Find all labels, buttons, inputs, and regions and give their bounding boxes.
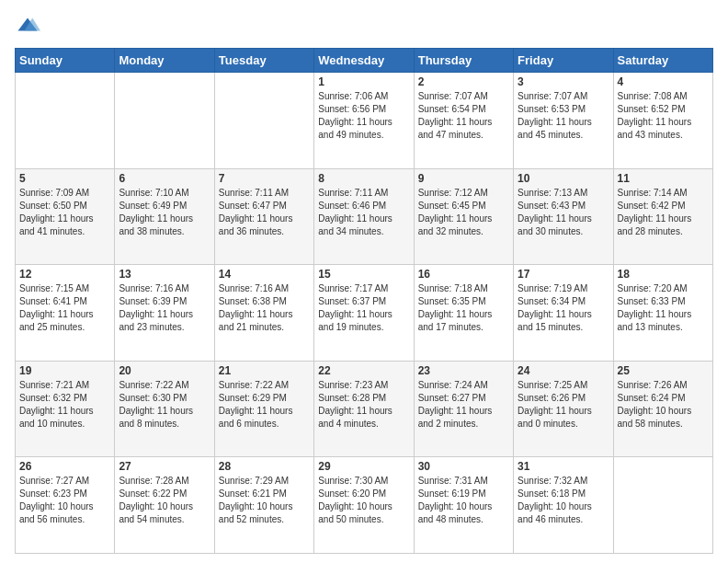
day-number: 8 xyxy=(318,172,409,185)
day-info: Sunrise: 7:14 AMSunset: 6:42 PMDaylight:… xyxy=(618,187,709,238)
calendar-week-3: 19Sunrise: 7:21 AMSunset: 6:32 PMDayligh… xyxy=(16,361,713,457)
calendar-week-4: 26Sunrise: 7:27 AMSunset: 6:23 PMDayligh… xyxy=(16,457,713,554)
calendar-cell: 29Sunrise: 7:30 AMSunset: 6:20 PMDayligh… xyxy=(314,457,414,554)
logo xyxy=(15,15,44,40)
calendar-cell: 15Sunrise: 7:17 AMSunset: 6:37 PMDayligh… xyxy=(314,265,414,362)
day-number: 5 xyxy=(19,172,110,185)
day-number: 2 xyxy=(418,75,509,88)
day-number: 13 xyxy=(119,268,210,281)
day-info: Sunrise: 7:20 AMSunset: 6:33 PMDaylight:… xyxy=(618,282,709,334)
day-info: Sunrise: 7:11 AMSunset: 6:46 PMDaylight:… xyxy=(318,187,409,238)
calendar-week-1: 5Sunrise: 7:09 AMSunset: 6:50 PMDaylight… xyxy=(16,168,713,265)
day-number: 25 xyxy=(618,364,709,377)
weekday-row: SundayMondayTuesdayWednesdayThursdayFrid… xyxy=(16,49,713,73)
calendar-cell xyxy=(214,73,313,169)
day-info: Sunrise: 7:13 AMSunset: 6:43 PMDaylight:… xyxy=(518,187,609,238)
day-number: 19 xyxy=(19,364,110,377)
calendar-cell: 18Sunrise: 7:20 AMSunset: 6:33 PMDayligh… xyxy=(613,265,712,362)
day-number: 11 xyxy=(618,172,709,185)
calendar-cell: 25Sunrise: 7:26 AMSunset: 6:24 PMDayligh… xyxy=(613,361,712,457)
day-info: Sunrise: 7:17 AMSunset: 6:37 PMDaylight:… xyxy=(318,282,409,334)
calendar-cell: 8Sunrise: 7:11 AMSunset: 6:46 PMDaylight… xyxy=(314,168,414,265)
day-info: Sunrise: 7:12 AMSunset: 6:45 PMDaylight:… xyxy=(418,187,509,238)
day-info: Sunrise: 7:19 AMSunset: 6:34 PMDaylight:… xyxy=(518,282,609,334)
weekday-header-friday: Friday xyxy=(514,49,613,73)
calendar-week-0: 1Sunrise: 7:06 AMSunset: 6:56 PMDaylight… xyxy=(16,73,713,169)
day-info: Sunrise: 7:32 AMSunset: 6:18 PMDaylight:… xyxy=(518,475,609,526)
day-number: 24 xyxy=(518,364,609,377)
day-number: 29 xyxy=(318,460,409,473)
calendar-cell xyxy=(115,73,214,169)
calendar-cell: 14Sunrise: 7:16 AMSunset: 6:38 PMDayligh… xyxy=(214,265,313,362)
calendar-cell xyxy=(613,457,712,554)
day-number: 31 xyxy=(518,460,609,473)
day-info: Sunrise: 7:15 AMSunset: 6:41 PMDaylight:… xyxy=(19,282,110,334)
day-number: 15 xyxy=(318,268,409,281)
day-info: Sunrise: 7:11 AMSunset: 6:47 PMDaylight:… xyxy=(219,187,310,238)
header xyxy=(15,15,713,40)
logo-icon xyxy=(15,15,40,40)
day-number: 20 xyxy=(119,364,210,377)
day-info: Sunrise: 7:24 AMSunset: 6:27 PMDaylight:… xyxy=(418,379,509,431)
day-info: Sunrise: 7:30 AMSunset: 6:20 PMDaylight:… xyxy=(318,475,409,526)
day-info: Sunrise: 7:29 AMSunset: 6:21 PMDaylight:… xyxy=(219,475,310,526)
day-info: Sunrise: 7:08 AMSunset: 6:52 PMDaylight:… xyxy=(618,90,709,142)
day-info: Sunrise: 7:31 AMSunset: 6:19 PMDaylight:… xyxy=(418,475,509,526)
day-number: 4 xyxy=(618,75,709,88)
calendar-cell: 13Sunrise: 7:16 AMSunset: 6:39 PMDayligh… xyxy=(115,265,214,362)
page: SundayMondayTuesdayWednesdayThursdayFrid… xyxy=(0,0,728,563)
calendar: SundayMondayTuesdayWednesdayThursdayFrid… xyxy=(15,48,713,554)
day-info: Sunrise: 7:25 AMSunset: 6:26 PMDaylight:… xyxy=(518,379,609,431)
day-number: 16 xyxy=(418,268,509,281)
day-info: Sunrise: 7:16 AMSunset: 6:39 PMDaylight:… xyxy=(119,282,210,334)
calendar-cell xyxy=(16,73,115,169)
day-info: Sunrise: 7:18 AMSunset: 6:35 PMDaylight:… xyxy=(418,282,509,334)
weekday-header-saturday: Saturday xyxy=(613,49,712,73)
calendar-cell: 2Sunrise: 7:07 AMSunset: 6:54 PMDaylight… xyxy=(414,73,513,169)
calendar-cell: 4Sunrise: 7:08 AMSunset: 6:52 PMDaylight… xyxy=(613,73,712,169)
day-info: Sunrise: 7:16 AMSunset: 6:38 PMDaylight:… xyxy=(219,282,310,334)
day-number: 10 xyxy=(518,172,609,185)
day-info: Sunrise: 7:09 AMSunset: 6:50 PMDaylight:… xyxy=(19,187,110,238)
weekday-header-wednesday: Wednesday xyxy=(314,49,414,73)
weekday-header-monday: Monday xyxy=(115,49,214,73)
day-number: 6 xyxy=(119,172,210,185)
calendar-cell: 9Sunrise: 7:12 AMSunset: 6:45 PMDaylight… xyxy=(414,168,513,265)
day-number: 26 xyxy=(19,460,110,473)
day-number: 30 xyxy=(418,460,509,473)
calendar-cell: 3Sunrise: 7:07 AMSunset: 6:53 PMDaylight… xyxy=(514,73,613,169)
day-info: Sunrise: 7:07 AMSunset: 6:53 PMDaylight:… xyxy=(518,90,609,142)
day-info: Sunrise: 7:21 AMSunset: 6:32 PMDaylight:… xyxy=(19,379,110,431)
day-info: Sunrise: 7:22 AMSunset: 6:29 PMDaylight:… xyxy=(219,379,310,431)
weekday-header-thursday: Thursday xyxy=(414,49,513,73)
calendar-cell: 11Sunrise: 7:14 AMSunset: 6:42 PMDayligh… xyxy=(613,168,712,265)
day-info: Sunrise: 7:07 AMSunset: 6:54 PMDaylight:… xyxy=(418,90,509,142)
calendar-cell: 22Sunrise: 7:23 AMSunset: 6:28 PMDayligh… xyxy=(314,361,414,457)
day-info: Sunrise: 7:26 AMSunset: 6:24 PMDaylight:… xyxy=(618,379,709,431)
day-number: 3 xyxy=(518,75,609,88)
weekday-header-sunday: Sunday xyxy=(16,49,115,73)
day-number: 12 xyxy=(19,268,110,281)
day-info: Sunrise: 7:22 AMSunset: 6:30 PMDaylight:… xyxy=(119,379,210,431)
day-number: 27 xyxy=(119,460,210,473)
day-number: 28 xyxy=(219,460,310,473)
calendar-cell: 1Sunrise: 7:06 AMSunset: 6:56 PMDaylight… xyxy=(314,73,414,169)
calendar-cell: 23Sunrise: 7:24 AMSunset: 6:27 PMDayligh… xyxy=(414,361,513,457)
calendar-cell: 7Sunrise: 7:11 AMSunset: 6:47 PMDaylight… xyxy=(214,168,313,265)
day-number: 18 xyxy=(618,268,709,281)
weekday-header-tuesday: Tuesday xyxy=(214,49,313,73)
calendar-cell: 6Sunrise: 7:10 AMSunset: 6:49 PMDaylight… xyxy=(115,168,214,265)
calendar-cell: 21Sunrise: 7:22 AMSunset: 6:29 PMDayligh… xyxy=(214,361,313,457)
day-number: 23 xyxy=(418,364,509,377)
day-info: Sunrise: 7:27 AMSunset: 6:23 PMDaylight:… xyxy=(19,475,110,526)
day-number: 9 xyxy=(418,172,509,185)
calendar-cell: 17Sunrise: 7:19 AMSunset: 6:34 PMDayligh… xyxy=(514,265,613,362)
day-info: Sunrise: 7:10 AMSunset: 6:49 PMDaylight:… xyxy=(119,187,210,238)
calendar-cell: 5Sunrise: 7:09 AMSunset: 6:50 PMDaylight… xyxy=(16,168,115,265)
calendar-cell: 20Sunrise: 7:22 AMSunset: 6:30 PMDayligh… xyxy=(115,361,214,457)
calendar-cell: 26Sunrise: 7:27 AMSunset: 6:23 PMDayligh… xyxy=(16,457,115,554)
calendar-cell: 16Sunrise: 7:18 AMSunset: 6:35 PMDayligh… xyxy=(414,265,513,362)
calendar-cell: 28Sunrise: 7:29 AMSunset: 6:21 PMDayligh… xyxy=(214,457,313,554)
calendar-cell: 27Sunrise: 7:28 AMSunset: 6:22 PMDayligh… xyxy=(115,457,214,554)
day-number: 22 xyxy=(318,364,409,377)
